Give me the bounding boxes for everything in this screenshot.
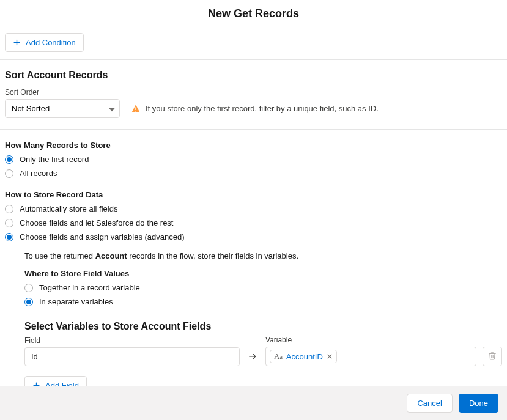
add-condition-label: Add Condition xyxy=(26,38,76,47)
pill-remove-button[interactable] xyxy=(327,353,333,359)
where-store-heading: Where to Store Field Values xyxy=(24,269,502,278)
add-condition-button[interactable]: Add Condition xyxy=(5,33,84,52)
radio-label: Choose fields and let Salesforce do the … xyxy=(20,218,173,227)
radio-only-first-record[interactable]: Only the first record xyxy=(5,153,502,165)
dialog-footer: Cancel Done xyxy=(0,386,507,420)
variable-label: Variable xyxy=(265,336,476,344)
radio-auto-store[interactable]: Automatically store all fields xyxy=(5,203,502,215)
pill-text: AccountID xyxy=(286,352,323,361)
radio-indicator xyxy=(24,298,33,306)
trash-icon xyxy=(488,352,497,362)
radio-all-records[interactable]: All records xyxy=(5,168,502,179)
variable-pill: Aa AccountID xyxy=(270,350,337,363)
sort-warning-text: If you store only the first record, filt… xyxy=(146,104,379,113)
done-button[interactable]: Done xyxy=(459,394,498,413)
radio-together-record-variable[interactable]: Together in a record variable xyxy=(24,282,502,293)
radio-indicator xyxy=(24,284,33,292)
radio-indicator xyxy=(5,233,13,241)
sort-heading: Sort Account Records xyxy=(5,60,502,88)
how-many-heading: How Many Records to Store xyxy=(5,141,502,150)
text-type-icon: Aa xyxy=(274,352,283,361)
radio-choose-fields-sf[interactable]: Choose fields and let Salesforce do the … xyxy=(5,217,502,229)
radio-label: In separate variables xyxy=(39,297,113,306)
select-vars-heading: Select Variables to Store Account Fields xyxy=(24,321,502,332)
cancel-button[interactable]: Cancel xyxy=(407,394,452,413)
radio-label: Together in a record variable xyxy=(39,283,140,292)
warning-icon xyxy=(131,104,141,114)
sort-order-select[interactable]: Not Sorted xyxy=(5,99,120,118)
svg-rect-3 xyxy=(135,111,136,111)
radio-indicator xyxy=(5,219,13,227)
radio-label: Automatically store all fields xyxy=(20,204,117,213)
field-input[interactable] xyxy=(24,347,240,366)
radio-indicator xyxy=(5,205,13,213)
dialog-title: New Get Records xyxy=(0,0,507,29)
field-label: Field xyxy=(24,336,240,345)
svg-rect-2 xyxy=(135,107,136,110)
arrow-right-icon xyxy=(246,347,259,366)
radio-label: Choose fields and assign variables (adva… xyxy=(20,232,185,241)
variable-input[interactable]: Aa AccountID xyxy=(265,347,476,366)
how-store-heading: How to Store Record Data xyxy=(5,190,502,199)
radio-separate-variables[interactable]: In separate variables xyxy=(24,296,502,308)
radio-choose-fields-advanced[interactable]: Choose fields and assign variables (adva… xyxy=(5,231,502,243)
divider xyxy=(0,129,507,130)
radio-indicator xyxy=(5,155,13,164)
sort-order-label: Sort Order xyxy=(5,88,502,97)
instruction-text: To use the returned Account records in t… xyxy=(24,251,502,260)
radio-label: All records xyxy=(20,169,57,178)
plus-icon xyxy=(13,39,21,46)
delete-row-button[interactable] xyxy=(483,347,502,366)
radio-indicator xyxy=(5,169,13,178)
radio-label: Only the first record xyxy=(20,155,89,164)
